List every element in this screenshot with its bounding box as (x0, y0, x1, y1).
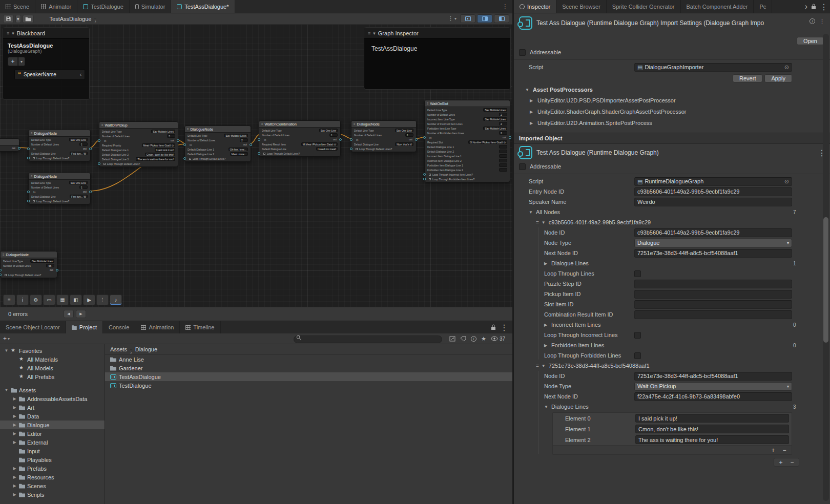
project-tree-item[interactable] (0, 381, 105, 386)
search-by-label-icon[interactable] (460, 336, 466, 342)
node-row-value[interactable]: 2 (499, 113, 507, 116)
node-row-value[interactable]: 1 (329, 133, 338, 137)
postprocessor-item[interactable]: ▶ UnityEditor.ShaderGraph.ShaderGraphAss… (514, 106, 830, 117)
foldout-arrow-icon[interactable]: ▶ (12, 466, 17, 471)
incorrect-item-lines-foldout[interactable]: ▶Incorrect Item Lines 0 (529, 320, 792, 330)
foldout-arrow-icon[interactable]: ▶ (12, 396, 17, 401)
panel-menu-icon[interactable]: ⋮ (500, 323, 508, 332)
node-entry-header[interactable]: = ▼ c93b5606-401f-49a2-99b5-9ecbf1fa9c29 (529, 217, 792, 227)
node-row-value[interactable]: out (502, 136, 507, 139)
document-tab[interactable]: TestAssDialogue* (171, 0, 235, 13)
remove-node-button[interactable]: − (786, 458, 798, 466)
node-row-value[interactable]: 3 (167, 134, 175, 138)
project-file-row[interactable]: TestAssDialogue (105, 372, 512, 381)
next-node-id-field[interactable]: f22a475e-4c2f-41c6-9b73-6a83498abfe0 (634, 392, 792, 401)
node-row-value[interactable]: 2 (499, 131, 507, 135)
blackboard-header[interactable]: ≡ ▾ Blackboard (3, 28, 89, 39)
node-row-value[interactable]: M.Meat (Pickup Item Data) ⊙ (301, 142, 338, 146)
project-tree-item[interactable]: Playables (0, 455, 105, 464)
input-port-icon[interactable] (27, 191, 30, 193)
node-collapse-icon[interactable]: ≡ (31, 132, 33, 135)
node-collapse-icon[interactable]: ≡ (261, 122, 263, 125)
postprocessor-item[interactable]: ▶ UnityEditor.U2D.PSD.PSDImporterAssetPo… (514, 95, 830, 106)
node-row-value[interactable]: The ass is waiting there for you! (136, 157, 175, 161)
node-title-bar[interactable]: ≡ DialogueNode (351, 121, 416, 128)
lock-icon[interactable] (811, 4, 816, 10)
console-icon[interactable]: ≡ (3, 295, 15, 305)
project-tree-item[interactable]: ▶ Prefabs (0, 464, 105, 473)
addressable-checkbox[interactable] (519, 163, 526, 170)
more-icon[interactable]: ⋮ (96, 295, 109, 305)
collapse-icon[interactable]: ‹ (80, 72, 81, 77)
document-tab[interactable]: Simulator (130, 0, 171, 13)
settings-icon[interactable]: ⚙ (30, 295, 42, 305)
minimap-toggle[interactable] (460, 14, 475, 23)
document-tab[interactable]: Animator (35, 0, 77, 13)
project-file-row[interactable]: Gardener (105, 364, 512, 372)
node-row-value[interactable]: Say Multiple Lines (224, 134, 248, 137)
output-port-icon[interactable] (415, 138, 418, 141)
blackboard-toggle[interactable] (494, 14, 509, 23)
tab-overflow-icon[interactable]: › (805, 2, 807, 11)
node-id-field[interactable]: c93b5606-401f-49a2-99b5-9ecbf1fa9c29 (634, 228, 792, 237)
node-checkbox[interactable] (189, 158, 191, 160)
project-tree-item[interactable]: Input (0, 447, 105, 455)
graph-options-button[interactable]: ⋮ ▾ (446, 15, 459, 22)
graph-node[interactable]: ≡ WaitOnSlot Default Line Type Say Multi… (424, 100, 510, 182)
breadcrumb-root[interactable]: Assets (110, 346, 127, 352)
open-folder-button[interactable] (23, 15, 34, 23)
node-collapse-icon[interactable]: ≡ (3, 253, 5, 256)
node-row-value[interactable]: Say One Line (319, 129, 338, 132)
graph-node[interactable]: ≡ WaitOnPickup Default Line Type Say Mul… (99, 121, 178, 167)
node-title-bar[interactable]: ≡ WaitOnSlot (425, 100, 510, 107)
project-tree-item[interactable]: All Materials (0, 355, 105, 364)
graph-inspector-header[interactable]: ≡ ▾ Graph Inspector (364, 28, 510, 39)
script-object-field[interactable]: ▤ DialogueGraphImporter ⊙ (634, 63, 792, 72)
node-row-value[interactable]: Say Multiple Lines (483, 127, 507, 130)
graph-node[interactable]: ≡ WaitOnCombination Default Line Type Sa… (259, 120, 341, 157)
speaker-name-field[interactable]: Weirdo (634, 198, 792, 206)
node-row-value[interactable] (499, 154, 507, 158)
panel-menu-icon[interactable]: ⋮ (820, 2, 828, 12)
project-tree-item[interactable]: ▶ Art (0, 403, 105, 412)
node-checkbox[interactable] (103, 163, 106, 165)
node-row-value[interactable]: 2 (499, 122, 507, 125)
search-by-type-icon[interactable] (449, 336, 455, 342)
node-title-bar[interactable]: ≡ DialogueNode (29, 173, 90, 180)
panel-tab[interactable]: Project (66, 321, 103, 333)
node-checkbox[interactable] (263, 153, 265, 155)
node-row-value[interactable]: out (82, 190, 88, 194)
create-asset-button[interactable]: + ▾ (3, 335, 10, 342)
foldout-arrow-icon[interactable]: ▶ (12, 423, 17, 427)
input-port-icon[interactable] (350, 138, 352, 141)
output-port-icon[interactable] (18, 147, 20, 150)
split-view-icon[interactable]: ◧ (70, 295, 82, 305)
forbidden-item-lines-foldout[interactable]: ▶Forbidden Item Lines 0 (529, 340, 792, 350)
postprocessor-item[interactable]: ▶ UnityEditor.U2D.Animation.SpritePostPr… (514, 117, 830, 129)
breadcrumb-current[interactable]: Dialogue (135, 346, 157, 352)
input-port-icon[interactable] (423, 173, 426, 176)
pickup-item-id-field[interactable] (634, 290, 792, 299)
node-collapse-icon[interactable]: ≡ (101, 123, 103, 127)
help-icon[interactable]: i (810, 18, 815, 24)
tab-bar-menu-icon[interactable]: ⋮ (502, 3, 508, 10)
node-row-value[interactable] (499, 150, 507, 153)
node-row-value[interactable]: Find boy... W (70, 152, 88, 155)
object-picker-icon[interactable]: ⊙ (784, 64, 789, 71)
node-title-bar[interactable]: ≡ WaitOnCombination (259, 121, 340, 128)
asset-postprocessors-foldout[interactable]: ▼ Asset PostProcessors (514, 85, 830, 95)
input-port-icon[interactable] (423, 178, 426, 180)
layout-grid-icon[interactable]: ▦ (56, 295, 69, 305)
node-row-value[interactable]: Meat (Pickup Item Goal) ⊙ (142, 143, 176, 147)
node-checkbox[interactable] (5, 274, 7, 276)
project-tree-item[interactable]: ▶ Scripts (0, 490, 105, 499)
dialogue-lines-foldout[interactable]: ▼Dialogue Lines 3 (529, 402, 792, 412)
node-row-value[interactable]: Say One Line (69, 181, 88, 184)
dialogue-line-field[interactable]: Cmon, don't be like this! (635, 425, 789, 433)
node-title-bar[interactable]: ≡ DialogueNode (1, 251, 57, 258)
graph-node[interactable]: ≡ DialogueNode Default Line Type Say One… (351, 120, 417, 152)
node-type-dropdown[interactable]: Wait On Pickup▾ (634, 382, 792, 391)
node-row-value[interactable]: out (49, 268, 54, 272)
foldout-arrow-icon[interactable]: ▼ (4, 388, 9, 392)
next-error-button[interactable]: ▶ (76, 310, 86, 318)
